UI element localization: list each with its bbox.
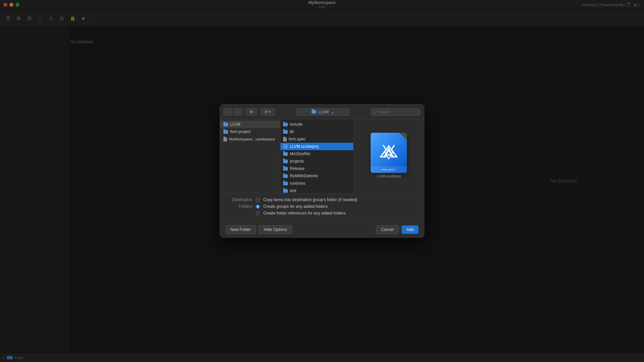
- chevron-right-icon: ›: [350, 123, 351, 126]
- file-picker-dialog: ‹ › ⊞ ⊟ ▾ LLVM ⌄ ⌕ LLVM: [220, 104, 424, 238]
- left-item-workspace[interactable]: MyWorkspace...cworkspace: [220, 135, 280, 143]
- radio-create-references[interactable]: [256, 211, 260, 216]
- folder-icon: [283, 130, 288, 134]
- middle-item-label: projects: [290, 159, 304, 164]
- location-dropdown-icon: ⌄: [331, 110, 334, 114]
- location-selector[interactable]: LLVM ⌄: [296, 108, 350, 116]
- left-item-llvm-project[interactable]: llvm-project ›: [220, 128, 280, 135]
- chevron-right-icon: ›: [350, 182, 351, 185]
- modal-overlay: ‹ › ⊞ ⊟ ▾ LLVM ⌄ ⌕ LLVM: [0, 0, 644, 362]
- chevron-right-icon: ›: [350, 152, 351, 156]
- picker-search[interactable]: ⌕: [371, 108, 421, 116]
- left-item-label: MyWorkspace...cworkspace: [229, 137, 275, 141]
- middle-item-label: LLVM.xcodeproj: [290, 144, 319, 149]
- middle-item-label: Release: [290, 166, 305, 171]
- radio1-label: Create groups for any added folders: [263, 204, 328, 209]
- search-input[interactable]: [377, 110, 418, 114]
- destination-row: Destination Copy items into destination …: [225, 197, 419, 202]
- left-item-label: llvm-project: [230, 129, 251, 134]
- project-label-bar: PROJECT: [371, 166, 407, 173]
- picker-preview-panel: PROJECT LLVM.xcodeproj: [354, 119, 424, 193]
- destination-label: Destination: [225, 197, 252, 202]
- location-name: LLVM: [318, 110, 328, 114]
- middle-item-label: lib: [290, 129, 294, 134]
- chevron-right-icon: ›: [350, 160, 351, 163]
- view-options-button[interactable]: ⊟ ▾: [260, 108, 275, 116]
- middle-item-include[interactable]: include ›: [280, 121, 353, 128]
- folders-row-1: Folders Create groups for any added fold…: [225, 204, 419, 209]
- chevron-right-icon: ›: [276, 130, 277, 134]
- destination-checkbox-label: Copy items into destination group's fold…: [263, 197, 357, 202]
- xcode-project-icon: PROJECT LLVM.xcodeproj: [369, 133, 409, 180]
- middle-item-label: include: [290, 122, 303, 127]
- add-button[interactable]: Add: [401, 225, 419, 234]
- folder-icon: [283, 167, 288, 171]
- folder-icon: [283, 182, 288, 185]
- middle-item-label: test: [290, 188, 296, 193]
- folder-icon: [223, 123, 228, 126]
- folders-row-2: Create folder references for any added f…: [225, 211, 419, 216]
- xcode-logo-svg: [378, 142, 399, 164]
- middle-item-label: llvm.spec: [289, 137, 306, 141]
- picker-options: Destination Copy items into destination …: [220, 193, 424, 222]
- forward-button[interactable]: ›: [233, 108, 242, 116]
- picker-body: LLVM › llvm-project › MyWorkspace...cwor…: [220, 119, 424, 193]
- middle-item-projects[interactable]: projects ›: [280, 158, 353, 165]
- folder-icon: [223, 130, 228, 134]
- folder-icon: [283, 189, 288, 193]
- file-icon: [283, 137, 287, 141]
- picker-location: LLVM ⌄: [276, 108, 369, 116]
- middle-item-label: runtimes: [290, 181, 305, 186]
- file-icon: [223, 137, 227, 141]
- back-button[interactable]: ‹: [223, 108, 232, 116]
- location-folder-icon: [312, 110, 316, 114]
- folders-label: Folders: [225, 204, 252, 209]
- new-folder-button[interactable]: New Folder: [225, 225, 256, 234]
- destination-checkbox[interactable]: [256, 198, 260, 202]
- middle-item-llvm-spec[interactable]: llvm.spec: [280, 135, 353, 143]
- middle-item-relwithdebinfo[interactable]: RelWithDebInfo ›: [280, 172, 353, 180]
- folder-icon: [283, 152, 288, 156]
- chevron-right-icon: ›: [350, 174, 351, 178]
- chevron-right-icon: ›: [350, 189, 351, 193]
- middle-item-lib[interactable]: lib ›: [280, 128, 353, 135]
- middle-item-test[interactable]: test ›: [280, 187, 353, 193]
- search-icon: ⌕: [374, 110, 376, 114]
- picker-left-panel: LLVM › llvm-project › MyWorkspace...cwor…: [220, 119, 280, 193]
- picker-toolbar: ‹ › ⊞ ⊟ ▾ LLVM ⌄ ⌕: [220, 105, 424, 119]
- column-view-button[interactable]: ⊞: [246, 108, 257, 116]
- folder-icon: [283, 174, 288, 178]
- left-item-label: LLVM: [230, 122, 240, 127]
- chevron-right-icon: ›: [276, 123, 277, 126]
- picker-middle-panel: include › lib › llvm.spec LLVM.xcodeproj: [280, 119, 354, 193]
- middle-item-runtimes[interactable]: runtimes ›: [280, 180, 353, 187]
- xcodeproj-icon: [283, 144, 288, 149]
- folder-icon: [283, 123, 288, 126]
- radio-create-groups[interactable]: [256, 204, 260, 209]
- cancel-button[interactable]: Cancel: [376, 225, 398, 234]
- chevron-right-icon: ›: [350, 130, 351, 134]
- project-file-icon: PROJECT: [371, 133, 407, 173]
- middle-item-label: MinSizeRel: [290, 152, 310, 156]
- footer-left: New Folder Hide Options: [225, 225, 292, 234]
- left-item-llvm[interactable]: LLVM ›: [220, 121, 280, 128]
- radio2-label: Create folder references for any added f…: [263, 211, 345, 216]
- middle-item-label: RelWithDebInfo: [290, 174, 318, 178]
- project-filename: LLVM.xcodeproj: [377, 174, 401, 178]
- folder-icon: [283, 160, 288, 163]
- picker-footer: New Folder Hide Options Cancel Add: [220, 222, 424, 237]
- middle-item-minsizerel[interactable]: MinSizeRel ›: [280, 150, 353, 158]
- chevron-right-icon: ›: [350, 167, 351, 171]
- svg-rect-1: [385, 154, 392, 156]
- middle-item-release[interactable]: Release ›: [280, 165, 353, 172]
- project-label: PROJECT: [382, 168, 395, 171]
- footer-right: Cancel Add: [376, 225, 419, 234]
- hide-options-button[interactable]: Hide Options: [259, 225, 292, 234]
- middle-item-llvm-xcodeproj[interactable]: LLVM.xcodeproj: [280, 143, 353, 150]
